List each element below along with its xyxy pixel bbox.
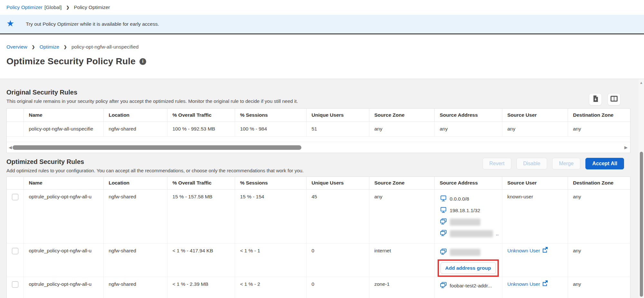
overall-traffic-cell: 100 % - 992.53 MB — [167, 122, 235, 136]
vertical-scrollbar-thumb[interactable] — [640, 152, 643, 297]
address-label: 198.18.1.1/32 — [450, 208, 480, 213]
scroll-up-icon[interactable]: ▲ — [639, 81, 644, 85]
top-breadcrumb-root-link[interactable]: Policy Optimizer — [6, 5, 43, 10]
destination-zone-cell: any — [568, 190, 631, 244]
source-user-cell: known-user — [502, 190, 568, 244]
add-address-group-button[interactable]: Add address group — [440, 262, 496, 274]
chevron-right-icon: ❯ — [64, 45, 67, 49]
rule-name-cell: optrule_policy-opt-ngfw-all-u — [24, 277, 103, 298]
disable-button[interactable]: Disable — [516, 158, 547, 169]
source-address-cell: Add address group — [434, 244, 502, 277]
column-header-source-user[interactable]: Source User — [502, 177, 568, 190]
rule-name-cell: policy-opt-ngfw-all-unspecifie — [24, 122, 103, 136]
revert-button[interactable]: Revert — [483, 158, 511, 169]
chevron-right-icon: ❯ — [32, 45, 35, 49]
scroll-left-icon[interactable]: ◀ — [9, 145, 12, 150]
highlight-annotation-box: Add address group — [438, 259, 499, 277]
column-header-source-zone[interactable]: Source Zone — [369, 177, 434, 190]
row-select-cell — [7, 122, 24, 136]
unknown-user-link[interactable]: Unknown User — [507, 281, 548, 287]
horizontal-scrollbar: ◀ ▶ — [7, 142, 630, 153]
optimized-rules-table: Name Location % Overall Traffic % Sessio… — [6, 176, 630, 298]
breadcrumb-overview-link[interactable]: Overview — [6, 44, 27, 50]
unique-users-cell: 0 — [306, 277, 369, 298]
export-button[interactable] — [589, 93, 602, 105]
scroll-right-icon[interactable]: ▶ — [624, 145, 628, 150]
redacted-address — [450, 230, 493, 237]
accept-all-button[interactable]: Accept All — [585, 158, 624, 169]
select-column-header — [7, 109, 24, 122]
location-cell: ngfw-shared — [103, 244, 167, 277]
sessions-cell: < 1 % - 2 — [235, 277, 306, 298]
column-header-destination-zone[interactable]: Destination Zone — [568, 177, 631, 190]
info-icon[interactable]: i — [139, 58, 146, 65]
address-label: foobar-test2-addr... — [450, 283, 492, 289]
location-cell: ngfw-shared — [103, 190, 167, 244]
source-address-cell: foobar-test2-addr... — [434, 277, 502, 298]
address-entry: foobar-test2-addr... — [440, 281, 499, 290]
row-checkbox[interactable] — [12, 281, 18, 288]
optimized-rule-row: optrule_policy-opt-ngfw-all-u ngfw-share… — [7, 277, 631, 298]
optimized-rule-row: optrule_policy-opt-ngfw-all-u ngfw-share… — [7, 244, 631, 277]
external-link-icon — [542, 281, 548, 287]
banner-message: Try out Policy Optimizer while it is ava… — [26, 21, 159, 27]
destination-zone-cell: any — [568, 244, 631, 277]
row-select-cell — [7, 277, 24, 298]
address-entry — [440, 248, 499, 257]
optimized-rule-row: optrule_policy-opt-ngfw-all-u ngfw-share… — [7, 190, 631, 244]
column-header-name[interactable]: Name — [24, 109, 103, 122]
column-header-source-zone[interactable]: Source Zone — [369, 109, 434, 122]
column-header-name[interactable]: Name — [24, 177, 103, 190]
horizontal-scrollbar-thumb[interactable] — [13, 145, 301, 150]
original-rule-row: policy-opt-ngfw-all-unspecifie ngfw-shar… — [7, 122, 631, 136]
top-breadcrumb-scope: [Global] — [44, 5, 62, 10]
original-rules-section: Original Security Rules This original ru… — [6, 89, 638, 153]
redacted-address — [450, 219, 480, 226]
row-checkbox[interactable] — [12, 248, 18, 254]
address-group-icon — [440, 248, 447, 257]
column-header-unique-users[interactable]: Unique Users — [306, 109, 369, 122]
address-entry — [440, 218, 499, 226]
rule-name-cell: optrule_policy-opt-ngfw-all-u — [24, 190, 103, 244]
row-checkbox[interactable] — [12, 194, 18, 200]
column-header-unique-users[interactable]: Unique Users — [306, 177, 369, 190]
destination-zone-cell: any — [568, 122, 631, 136]
star-icon: ★ — [6, 19, 14, 28]
row-select-cell — [7, 190, 24, 244]
source-zone-cell: any — [369, 190, 434, 244]
merge-button[interactable]: Merge — [552, 158, 580, 169]
address-group-icon — [440, 282, 447, 290]
column-header-source-user[interactable]: Source User — [502, 109, 568, 122]
columns-settings-button[interactable] — [608, 93, 620, 105]
column-header-source-address[interactable]: Source Address — [434, 109, 502, 122]
redacted-address — [450, 249, 480, 256]
address-entry: 198.18.1.1/32 — [440, 206, 499, 215]
column-header-source-address[interactable]: Source Address — [434, 177, 502, 190]
breadcrumb-current: policy-opt-ngfw-all-unspecified — [71, 44, 139, 50]
overall-traffic-cell: < 1 % - 417.94 KB — [167, 244, 235, 277]
unknown-user-label: Unknown User — [507, 248, 540, 254]
unknown-user-link[interactable]: Unknown User — [507, 248, 548, 254]
column-header-location[interactable]: Location — [103, 177, 167, 190]
row-select-cell — [7, 244, 24, 277]
original-rules-title: Original Security Rules — [6, 89, 638, 96]
address-label: 0.0.0.0/8 — [450, 196, 469, 202]
optimized-table-header-row: Name Location % Overall Traffic % Sessio… — [7, 177, 631, 190]
breadcrumb-optimize-link[interactable]: Optimize — [40, 44, 59, 50]
column-header-overall-traffic[interactable]: % Overall Traffic — [167, 177, 235, 190]
column-header-location[interactable]: Location — [103, 109, 167, 122]
chevron-right-icon: ❯ — [66, 5, 69, 10]
unique-users-cell: 0 — [306, 244, 369, 277]
source-zone-cell: internet — [369, 244, 434, 277]
page-title: Optimize Security Policy Rule — [6, 56, 136, 67]
column-header-overall-traffic[interactable]: % Overall Traffic — [167, 109, 235, 122]
column-header-sessions[interactable]: % Sessions — [235, 109, 306, 122]
top-breadcrumb: Policy Optimizer [Global] ❯ Policy Optim… — [0, 0, 644, 15]
source-user-cell: any — [502, 122, 568, 136]
column-header-destination-zone[interactable]: Destination Zone — [568, 109, 631, 122]
column-header-sessions[interactable]: % Sessions — [235, 177, 306, 190]
address-label: .. — [496, 231, 499, 237]
overall-traffic-cell: 15 % - 157.58 MB — [167, 190, 235, 244]
page-header: Overview ❯ Optimize ❯ policy-opt-ngfw-al… — [0, 34, 644, 67]
sessions-cell: 15 % - 154 — [235, 190, 306, 244]
